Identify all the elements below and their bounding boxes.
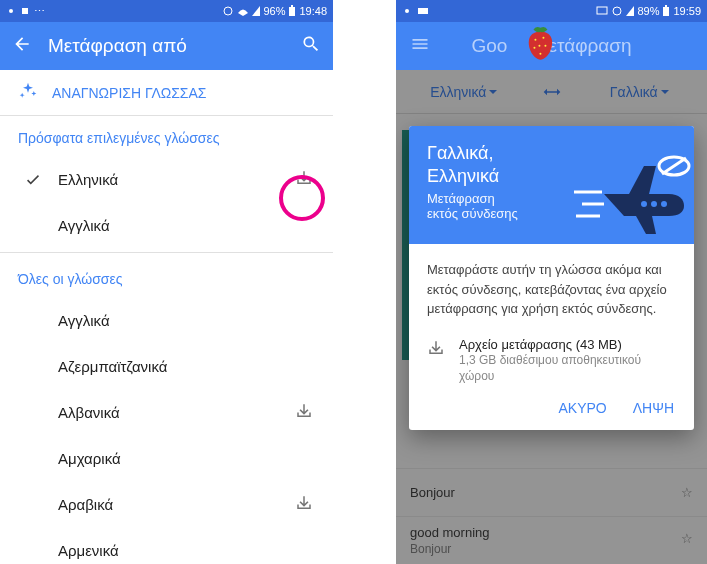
- download-icon[interactable]: [295, 494, 313, 515]
- file-sub: 1,3 GB διαθέσιμου αποθηκευτικού χώρου: [459, 352, 676, 384]
- status-bar: ⋯ 96% 19:48: [0, 0, 333, 22]
- appbar-title: Μετάφραση από: [48, 35, 285, 57]
- svg-rect-1: [22, 8, 28, 14]
- cell-icon: [626, 6, 634, 16]
- file-main: Αρχείο μετάφρασης (43 MB): [459, 337, 676, 352]
- download-icon[interactable]: [295, 169, 313, 190]
- app-logo: GoogleΜετάφραση: [448, 35, 655, 57]
- divider: [0, 252, 333, 253]
- recent-section-label: Πρόσφατα επιλεγμένες γλώσσες: [0, 116, 333, 156]
- gap: [333, 0, 396, 564]
- svg-rect-6: [418, 8, 428, 14]
- svg-point-11: [534, 39, 536, 41]
- recent-lang-row[interactable]: Αγγλικά: [0, 202, 333, 248]
- svg-point-12: [542, 37, 544, 39]
- signal-icon: [6, 6, 16, 16]
- battery-icon: [662, 5, 670, 17]
- dialog-title-2: Ελληνικά: [427, 166, 499, 186]
- svg-point-20: [651, 201, 657, 207]
- svg-point-8: [613, 7, 621, 15]
- clock-text: 19:48: [299, 5, 327, 17]
- cast-icon: [596, 6, 608, 16]
- lang-name: Αγγλικά: [58, 312, 313, 329]
- app-bar: Μετάφραση από: [0, 22, 333, 70]
- cancel-button[interactable]: ΑΚΥΡΟ: [558, 400, 606, 416]
- lang-name: Αραβικά: [58, 496, 295, 513]
- svg-rect-3: [289, 7, 295, 16]
- svg-rect-4: [291, 5, 293, 7]
- dialog-body: Μεταφράστε αυτήν τη γλώσσα ακόμα και εκτ…: [409, 244, 694, 325]
- lang-name: Αλβανικά: [58, 404, 295, 421]
- alarm-icon: [222, 6, 234, 16]
- signal-icon: [402, 6, 412, 16]
- all-section-label: Όλες οι γλώσσες: [0, 257, 333, 297]
- dialog-actions: ΑΚΥΡΟ ΛΗΨΗ: [409, 392, 694, 430]
- lang-row[interactable]: Αγγλικά: [0, 297, 333, 343]
- download-icon[interactable]: [295, 402, 313, 423]
- right-screenshot: 89% 19:59 GoogleΜετάφραση Ελληνι: [396, 0, 707, 564]
- svg-line-18: [662, 158, 686, 174]
- svg-point-5: [405, 9, 409, 13]
- detect-language-label: ΑΝΑΓΝΩΡΙΣΗ ΓΛΩΣΣΑΣ: [52, 85, 207, 101]
- lang-row[interactable]: Αζερμπαϊτζανικά: [0, 343, 333, 389]
- sparkle-icon: [18, 81, 38, 104]
- svg-point-15: [533, 47, 535, 49]
- svg-point-14: [544, 45, 546, 47]
- wifi-icon: [237, 6, 249, 16]
- dialog-title-1: Γαλλικά,: [427, 143, 494, 163]
- file-row: Αρχείο μετάφρασης (43 MB) 1,3 GB διαθέσι…: [409, 325, 694, 392]
- cell-icon: [252, 6, 260, 16]
- svg-rect-10: [665, 5, 667, 7]
- alarm-icon: [611, 6, 623, 16]
- lang-name: Αζερμπαϊτζανικά: [58, 358, 313, 375]
- sim-icon: [416, 6, 430, 16]
- check-icon: [24, 170, 58, 188]
- airplane-icon: [574, 144, 694, 238]
- offline-dialog: Γαλλικά, Ελληνικά Μετάφραση εκτός σύνδεσ…: [409, 126, 694, 430]
- dialog-hero: Γαλλικά, Ελληνικά Μετάφραση εκτός σύνδεσ…: [409, 126, 694, 244]
- download-icon: [427, 339, 445, 361]
- lang-name: Αμχαρικά: [58, 450, 313, 467]
- svg-point-16: [539, 53, 541, 55]
- strawberry-icon: [523, 24, 557, 67]
- svg-rect-7: [597, 7, 607, 14]
- svg-rect-9: [663, 7, 669, 16]
- search-icon[interactable]: [301, 34, 321, 59]
- left-screenshot: ⋯ 96% 19:48 Μετάφραση από ΑΝΑΓΝΩΡΙΣΗ ΓΛΩ…: [0, 0, 333, 564]
- clock-text: 19:59: [673, 5, 701, 17]
- svg-point-19: [641, 201, 647, 207]
- confirm-button[interactable]: ΛΗΨΗ: [633, 400, 674, 416]
- status-bar: 89% 19:59: [396, 0, 707, 22]
- svg-point-21: [661, 201, 667, 207]
- battery-text: 96%: [263, 5, 285, 17]
- battery-text: 89%: [637, 5, 659, 17]
- lang-name: Ελληνικά: [58, 171, 295, 188]
- lang-row[interactable]: Αραβικά: [0, 481, 333, 527]
- lang-name: Αγγλικά: [58, 217, 313, 234]
- dialog-subtitle-2: εκτός σύνδεσης: [427, 206, 518, 221]
- lang-row[interactable]: Αλβανικά: [0, 389, 333, 435]
- svg-point-13: [538, 45, 540, 47]
- app-bar: GoogleΜετάφραση: [396, 22, 707, 70]
- svg-point-0: [9, 9, 13, 13]
- dialog-subtitle-1: Μετάφραση: [427, 191, 495, 206]
- svg-point-2: [224, 7, 232, 15]
- menu-icon[interactable]: [410, 34, 430, 59]
- sim-icon: [20, 6, 30, 16]
- recent-lang-row[interactable]: Ελληνικά: [0, 156, 333, 202]
- battery-icon: [288, 5, 296, 17]
- lang-row[interactable]: Αμχαρικά: [0, 435, 333, 481]
- lang-row[interactable]: Αρμενικά: [0, 527, 333, 564]
- back-icon[interactable]: [12, 34, 32, 59]
- lang-name: Αρμενικά: [58, 542, 313, 559]
- detect-language-row[interactable]: ΑΝΑΓΝΩΡΙΣΗ ΓΛΩΣΣΑΣ: [0, 70, 333, 116]
